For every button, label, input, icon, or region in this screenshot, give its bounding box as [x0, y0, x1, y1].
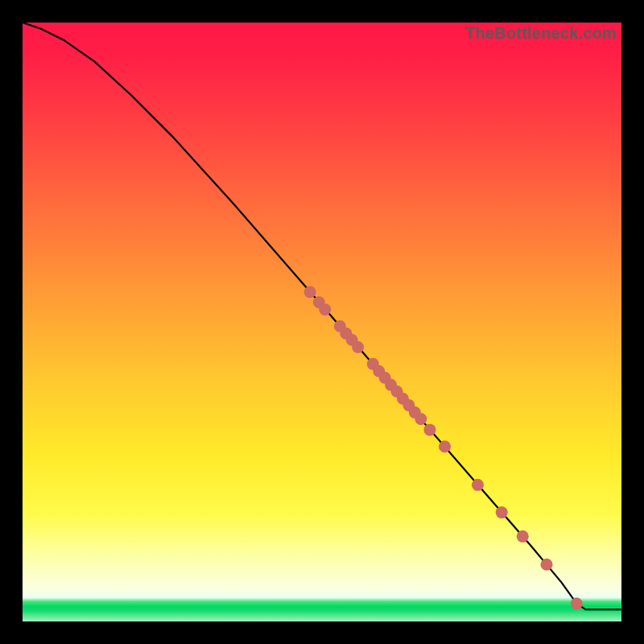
chart-frame: TheBottleneck.com [0, 0, 644, 644]
data-point [415, 413, 427, 425]
data-point [439, 440, 451, 452]
plot-area: TheBottleneck.com [23, 23, 621, 621]
data-point [423, 423, 436, 436]
data-point [352, 341, 364, 353]
data-point [304, 286, 316, 298]
data-point [319, 303, 331, 316]
data-point [517, 530, 529, 543]
chart-svg [23, 23, 621, 621]
data-point [571, 597, 583, 609]
data-point [472, 479, 484, 491]
data-points [304, 286, 583, 609]
data-point [496, 506, 508, 518]
data-point [541, 559, 553, 571]
bottleneck-curve [23, 23, 621, 609]
